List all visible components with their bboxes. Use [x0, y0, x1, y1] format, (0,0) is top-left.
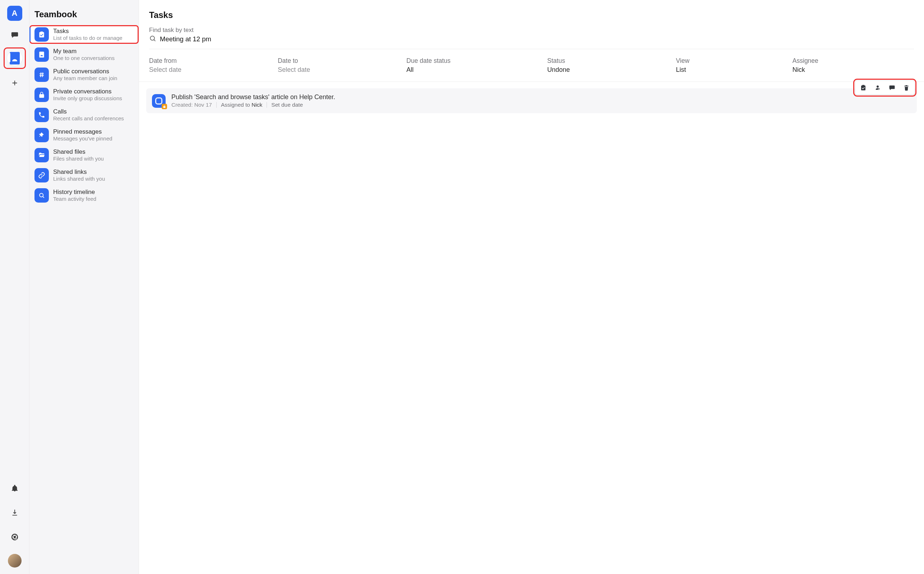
filter-value[interactable]: Select date — [278, 66, 399, 74]
filter-view[interactable]: View List — [676, 57, 785, 74]
sidebar-item-subtitle: Files shared with you — [53, 156, 104, 162]
sidebar-item-label: Calls — [53, 108, 124, 115]
rail-bell-icon[interactable] — [7, 481, 22, 496]
lock-badge-icon — [162, 104, 167, 109]
sidebar-item-subtitle: Any team member can join — [53, 75, 117, 82]
address-book-icon — [35, 47, 49, 62]
filter-label: Due date status — [406, 57, 540, 65]
folder-open-icon — [35, 148, 49, 162]
comment-button[interactable] — [885, 82, 899, 93]
sidebar-item-history-timeline[interactable]: History timeline Team activity feed — [30, 186, 139, 205]
filter-value[interactable]: All — [406, 66, 540, 74]
task-list: Publish 'Search and browse tasks' articl… — [139, 82, 924, 120]
app-badge[interactable]: A — [7, 6, 22, 21]
sidebar-item-subtitle: Team activity feed — [53, 196, 96, 203]
sidebar-item-label: My team — [53, 47, 115, 55]
sidebar-item-my-team[interactable]: My team One to one conversations — [30, 45, 139, 64]
rail-add-icon[interactable] — [7, 76, 22, 90]
task-avatar — [152, 94, 166, 108]
filter-value[interactable]: Undone — [547, 66, 669, 74]
hash-icon — [35, 68, 49, 82]
filter-value[interactable]: List — [676, 66, 785, 74]
task-meta: Created: Nov 17 Assigned to Nick Set due… — [171, 102, 335, 108]
sidebar-title: Teambook — [30, 9, 139, 25]
page-title: Tasks — [149, 10, 914, 20]
magnifier-icon — [35, 188, 49, 203]
filter-label: Date from — [149, 57, 271, 65]
main-header: Tasks Find task by text — [139, 0, 924, 49]
separator — [266, 102, 267, 108]
rail-download-icon[interactable] — [7, 505, 22, 520]
user-avatar[interactable] — [8, 554, 22, 568]
svg-point-1 — [150, 36, 155, 40]
filter-date-from[interactable]: Date from Select date — [149, 57, 271, 74]
delete-button[interactable] — [899, 82, 914, 93]
filter-label: Status — [547, 57, 669, 65]
rail-chat-icon[interactable] — [7, 27, 22, 43]
svg-point-0 — [39, 193, 43, 197]
sidebar-item-label: Shared links — [53, 168, 105, 176]
sidebar-item-shared-files[interactable]: Shared files Files shared with you — [30, 146, 139, 164]
sidebar-list: Tasks List of tasks to do or manage My t… — [30, 25, 139, 205]
rail-help-icon[interactable] — [7, 530, 22, 544]
sidebar-item-subtitle: List of tasks to do or manage — [53, 35, 123, 42]
sidebar-item-label: Shared files — [53, 148, 104, 156]
icon-rail: A — [0, 0, 30, 574]
sidebar-item-label: Tasks — [53, 27, 123, 35]
clipboard-check-icon — [35, 27, 49, 42]
assign-button[interactable] — [870, 82, 885, 93]
link-icon — [35, 168, 49, 183]
filter-value[interactable]: Nick — [793, 66, 914, 74]
filter-label: Assignee — [793, 57, 914, 65]
lock-icon — [35, 88, 49, 102]
sidebar-item-calls[interactable]: Calls Recent calls and conferences — [30, 106, 139, 124]
pin-icon — [35, 128, 49, 142]
search-icon — [149, 35, 156, 43]
rail-contacts-highlight — [3, 47, 26, 69]
sidebar-item-label: Private conversations — [53, 88, 122, 95]
filter-status[interactable]: Status Undone — [547, 57, 669, 74]
filter-due-date-status[interactable]: Due date status All — [406, 57, 540, 74]
task-set-due-date[interactable]: Set due date — [271, 102, 303, 108]
sidebar-item-subtitle: Invite only group discussions — [53, 95, 122, 102]
task-row[interactable]: Publish 'Search and browse tasks' articl… — [146, 88, 917, 113]
sidebar-item-pinned-messages[interactable]: Pinned messages Messages you've pinned — [30, 126, 139, 144]
filter-value[interactable]: Select date — [149, 66, 271, 74]
task-actions-toolbar — [855, 80, 915, 95]
sidebar-item-private-conversations[interactable]: Private conversations Invite only group … — [30, 85, 139, 104]
search-label: Find task by text — [149, 27, 914, 34]
filter-label: Date to — [278, 57, 399, 65]
separator — [216, 102, 217, 108]
phone-icon — [35, 108, 49, 122]
sidebar-item-subtitle: Links shared with you — [53, 176, 105, 183]
filter-assignee[interactable]: Assignee Nick — [793, 57, 914, 74]
task-assigned-to[interactable]: Assigned to Nick — [221, 102, 262, 108]
sidebar-item-shared-links[interactable]: Shared links Links shared with you — [30, 166, 139, 184]
filter-date-to[interactable]: Date to Select date — [278, 57, 399, 74]
search-input[interactable] — [160, 35, 304, 44]
rail-contacts-icon[interactable] — [7, 50, 22, 66]
filters-bar: Date from Select date Date to Select dat… — [139, 49, 924, 82]
filter-label: View — [676, 57, 785, 65]
sidebar: Teambook Tasks List of tasks to do or ma… — [30, 0, 139, 574]
sidebar-item-label: Pinned messages — [53, 128, 112, 136]
task-created: Created: Nov 17 — [171, 102, 212, 108]
sidebar-item-public-conversations[interactable]: Public conversations Any team member can… — [30, 65, 139, 84]
sidebar-item-label: History timeline — [53, 188, 96, 196]
sidebar-item-subtitle: Recent calls and conferences — [53, 115, 124, 122]
task-title: Publish 'Search and browse tasks' articl… — [171, 93, 335, 101]
sidebar-item-tasks[interactable]: Tasks List of tasks to do or manage — [30, 25, 139, 44]
sidebar-item-subtitle: Messages you've pinned — [53, 136, 112, 142]
sidebar-item-subtitle: One to one conversations — [53, 55, 115, 62]
sidebar-item-label: Public conversations — [53, 68, 117, 75]
mark-done-button[interactable] — [856, 82, 870, 93]
search-block: Find task by text — [149, 27, 914, 44]
main: Tasks Find task by text Date from Select… — [139, 0, 924, 574]
